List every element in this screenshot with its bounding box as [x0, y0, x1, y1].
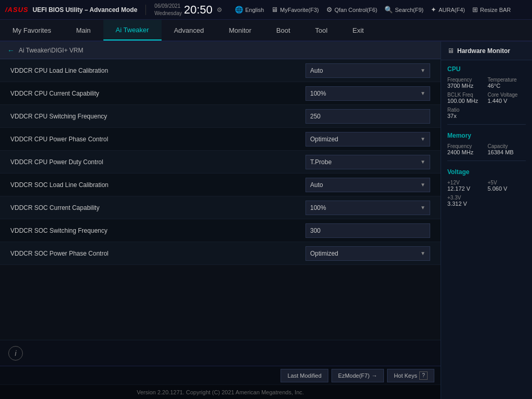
myfavorite-icon-item[interactable]: 🖥 MyFavorite(F3) [271, 6, 319, 14]
select-vddcr-soc-llc[interactable]: Auto ▼ [305, 178, 430, 192]
control-vddcr-cpu-pdc[interactable]: T.Probe ▼ [305, 155, 430, 169]
setting-row-vddcr-cpu-llc[interactable]: VDDCR CPU Load Line Calibration Auto ▼ [0, 59, 441, 82]
nav-advanced[interactable]: Advanced [162, 20, 217, 41]
select-value-vddcr-cpu-ppc: Optimized [310, 136, 338, 143]
setting-label-vddcr-cpu-sf: VDDCR CPU Switching Frequency [10, 113, 107, 120]
select-vddcr-cpu-ppc[interactable]: Optimized ▼ [305, 132, 430, 147]
setting-row-vddcr-cpu-cc[interactable]: VDDCR CPU Current Capability 100% ▼ [0, 82, 441, 105]
divider-1 [145, 5, 146, 15]
memory-voltage-divider [447, 161, 526, 161]
resize-icon: ⊞ [472, 6, 478, 14]
setting-row-vddcr-cpu-pdc[interactable]: VDDCR CPU Power Duty Control T.Probe ▼ [0, 151, 441, 174]
search-icon: 🔍 [384, 6, 393, 14]
memory-section: Memory Frequency 2400 MHz Capacity 16384… [441, 127, 532, 158]
setting-row-vddcr-soc-llc[interactable]: VDDCR SOC Load Line Calibration Auto ▼ [0, 174, 441, 196]
nav-boot[interactable]: Boot [264, 20, 303, 41]
datetime-area: 06/09/2021 Wednesday 20:50 ⚙ [154, 3, 222, 17]
globe-icon: 🌐 [235, 6, 243, 14]
qfan-icon-item[interactable]: ⚙ Qfan Control(F6) [326, 6, 378, 14]
nav-monitor[interactable]: Monitor [217, 20, 264, 41]
hot-keys-question-icon: ? [419, 371, 428, 380]
nav-exit-label: Exit [352, 26, 364, 34]
control-vddcr-soc-cc[interactable]: 100% ▼ [305, 201, 430, 215]
main-area: ← Ai Tweaker\DIGI+ VRM VDDCR CPU Load Li… [0, 42, 532, 399]
status-bar: Last Modified EzMode(F7) → Hot Keys ? [0, 366, 441, 384]
last-modified-button[interactable]: Last Modified [281, 369, 328, 382]
voltage-section-title: Voltage [447, 168, 526, 176]
control-vddcr-soc-ppc[interactable]: Optimized ▼ [305, 246, 430, 261]
control-vddcr-cpu-llc[interactable]: Auto ▼ [305, 63, 430, 78]
cpu-ratio-label: Ratio 37x [447, 107, 526, 119]
ez-mode-label: EzMode(F7) [338, 373, 370, 379]
last-modified-label: Last Modified [287, 373, 321, 379]
monitor-icon-top: 🖥 [271, 6, 278, 14]
dropdown-arrow-icon: ▼ [420, 205, 425, 210]
aura-label: AURA(F4) [438, 7, 465, 13]
memory-capacity-label: Capacity 16384 MB [488, 143, 526, 155]
asus-logo: /ASUS [5, 6, 29, 14]
nav-tool[interactable]: Tool [303, 20, 340, 41]
select-vddcr-soc-cc[interactable]: 100% ▼ [305, 201, 430, 215]
bios-utility-window: /ASUS UEFI BIOS Utility – Advanced Mode … [0, 0, 532, 399]
control-vddcr-cpu-ppc[interactable]: Optimized ▼ [305, 132, 430, 147]
fan-icon: ⚙ [326, 6, 332, 14]
nav-exit[interactable]: Exit [340, 20, 376, 41]
nav-ai-tweaker[interactable]: Ai Tweaker [103, 20, 162, 41]
select-vddcr-cpu-cc[interactable]: 100% ▼ [305, 86, 430, 101]
text-vddcr-soc-sf[interactable]: 300 [305, 223, 430, 238]
language-label: English [245, 7, 264, 13]
info-icon[interactable]: i [8, 346, 23, 361]
language-icon-item[interactable]: 🌐 English [235, 6, 264, 14]
select-value-vddcr-soc-ppc: Optimized [310, 250, 338, 257]
cpu-temperature-label: Temperature 46°C [488, 77, 526, 89]
select-vddcr-cpu-pdc[interactable]: T.Probe ▼ [305, 155, 430, 169]
ez-mode-arrow-icon: → [371, 373, 377, 379]
cpu-section-title: CPU [447, 65, 526, 73]
hot-keys-button[interactable]: Hot Keys ? [387, 369, 434, 382]
control-vddcr-cpu-cc[interactable]: 100% ▼ [305, 86, 430, 101]
nav-my-favorites[interactable]: My Favorites [0, 20, 63, 41]
search-icon-item[interactable]: 🔍 Search(F9) [384, 6, 423, 14]
setting-row-vddcr-cpu-ppc[interactable]: VDDCR CPU Power Phase Control Optimized … [0, 128, 441, 151]
setting-label-vddcr-soc-cc: VDDCR SOC Current Capability [10, 204, 99, 211]
memory-section-title: Memory [447, 132, 526, 139]
top-bar: /ASUS UEFI BIOS Utility – Advanced Mode … [0, 0, 532, 20]
select-vddcr-soc-ppc[interactable]: Optimized ▼ [305, 246, 430, 261]
cpu-memory-divider [447, 124, 526, 125]
nav-main-label: Main [76, 26, 90, 34]
nav-my-favorites-label: My Favorites [12, 26, 51, 34]
nav-main[interactable]: Main [63, 20, 103, 41]
setting-row-vddcr-cpu-sf[interactable]: VDDCR CPU Switching Frequency 250 [0, 105, 441, 128]
resizebar-icon-item[interactable]: ⊞ Resize BAR [472, 6, 511, 14]
control-vddcr-soc-sf[interactable]: 300 [305, 223, 430, 238]
myfavorite-label: MyFavorite(F3) [280, 7, 319, 13]
settings-list: VDDCR CPU Load Line Calibration Auto ▼ V… [0, 59, 441, 340]
cpu-frequency-label: Frequency 3700 MHz [447, 77, 486, 89]
left-content: ← Ai Tweaker\DIGI+ VRM VDDCR CPU Load Li… [0, 42, 441, 399]
text-vddcr-cpu-sf[interactable]: 250 [305, 109, 430, 124]
dropdown-arrow-icon: ▼ [420, 182, 425, 188]
select-vddcr-cpu-llc[interactable]: Auto ▼ [305, 63, 430, 78]
control-vddcr-soc-llc[interactable]: Auto ▼ [305, 178, 430, 192]
ez-mode-button[interactable]: EzMode(F7) → [331, 369, 384, 382]
voltage-12v-label: +12V 12.172 V [447, 180, 486, 192]
setting-row-vddcr-soc-ppc[interactable]: VDDCR SOC Power Phase Control Optimized … [0, 242, 441, 265]
cpu-section: CPU Frequency 3700 MHz Temperature 46°C … [441, 60, 532, 122]
hardware-monitor-panel: 🖥 Hardware Monitor CPU Frequency 3700 MH… [441, 42, 532, 399]
setting-row-vddcr-soc-cc[interactable]: VDDCR SOC Current Capability 100% ▼ [0, 196, 441, 219]
aura-icon-item[interactable]: ✦ AURA(F4) [431, 6, 465, 14]
back-arrow-icon[interactable]: ← [7, 46, 15, 55]
info-symbol: i [15, 349, 16, 357]
dropdown-arrow-icon: ▼ [420, 68, 425, 73]
hardware-monitor-header: 🖥 Hardware Monitor [441, 42, 532, 60]
logo-area: /ASUS UEFI BIOS Utility – Advanced Mode [5, 6, 137, 14]
aura-icon: ✦ [431, 6, 436, 14]
breadcrumb: ← Ai Tweaker\DIGI+ VRM [0, 42, 441, 59]
dropdown-arrow-icon: ▼ [420, 136, 425, 142]
hot-keys-label: Hot Keys [394, 373, 417, 379]
control-vddcr-cpu-sf[interactable]: 250 [305, 109, 430, 124]
setting-row-vddcr-soc-sf[interactable]: VDDCR SOC Switching Frequency 300 [0, 219, 441, 242]
qfan-label: Qfan Control(F6) [335, 7, 378, 13]
settings-gear-icon[interactable]: ⚙ [217, 6, 222, 14]
search-label: Search(F9) [395, 7, 423, 13]
